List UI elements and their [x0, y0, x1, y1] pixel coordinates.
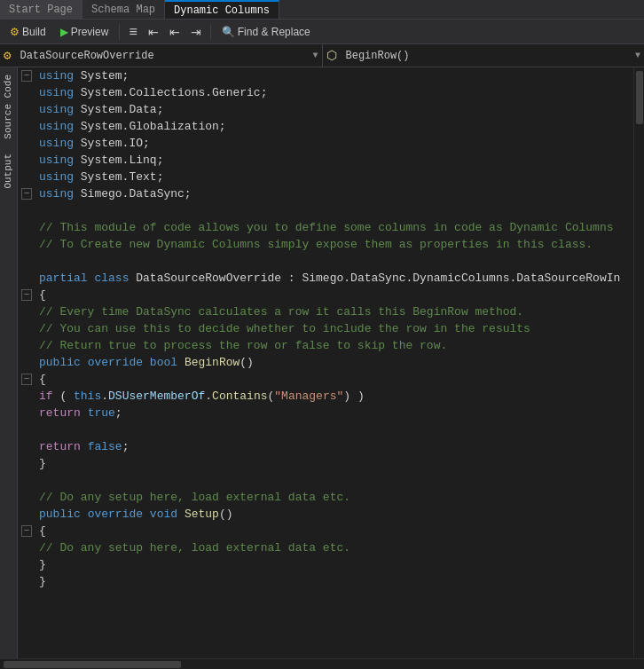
code-line[interactable]: [35, 202, 633, 219]
code-editor[interactable]: using System;using System.Collections.Ge…: [35, 67, 633, 658]
gutter-item: [18, 337, 35, 354]
code-line[interactable]: // Do any setup here, load external data…: [35, 489, 633, 506]
source-code-label[interactable]: Source Code: [0, 67, 17, 146]
format-btn-4[interactable]: ⇥: [186, 22, 206, 42]
method-dropdown-wrapper[interactable]: ⬡ BeginRow() ▼: [323, 44, 645, 67]
code-line[interactable]: using System.Collections.Generic;: [35, 84, 633, 101]
gutter-item: [18, 354, 35, 371]
toolbar: ⚙ Build ▶ Preview ≡ ⇤ ⇤ ⇥ 🔍 Find & Repla…: [0, 20, 644, 44]
code-line[interactable]: partial class DataSourceRowOverride : Si…: [35, 270, 633, 287]
code-line[interactable]: }: [35, 455, 633, 472]
code-line[interactable]: public override bool BeginRow(): [35, 354, 633, 371]
gutter-item: [18, 573, 35, 590]
gutter-item: [18, 152, 35, 169]
hscroll-track: [4, 661, 640, 668]
format-btn-2[interactable]: ⇤: [144, 22, 163, 42]
gutter-item[interactable]: −: [18, 185, 35, 202]
gutter-item: [18, 135, 35, 152]
tab-start-page[interactable]: Start Page: [0, 0, 82, 19]
method-dropdown-value: BeginRow(): [341, 50, 632, 62]
tab-schema-map[interactable]: Schema Map: [82, 0, 165, 19]
gutter-item: [18, 556, 35, 573]
vscroll-thumb[interactable]: [636, 71, 643, 124]
code-line[interactable]: {: [35, 371, 633, 388]
code-line[interactable]: }: [35, 573, 633, 590]
code-line[interactable]: using System.IO;: [35, 135, 633, 152]
gutter-item: [18, 320, 35, 337]
hscroll-thumb[interactable]: [4, 661, 181, 668]
code-line[interactable]: [35, 421, 633, 438]
gutter-item: [18, 405, 35, 421]
gutter-item: [18, 455, 35, 472]
class-dropdown-value: DataSourceRowOverride: [14, 50, 309, 62]
code-line[interactable]: [35, 253, 633, 270]
gutter-item: [18, 84, 35, 101]
gutter-item: [18, 202, 35, 219]
gutter-item: [18, 472, 35, 489]
vertical-scrollbar[interactable]: [633, 67, 644, 658]
toolbar-sep-2: [210, 24, 211, 40]
gutter-item: [18, 101, 35, 118]
horizontal-scrollbar[interactable]: [0, 658, 644, 669]
gutter-item: [18, 506, 35, 523]
preview-button[interactable]: ▶ Preview: [54, 22, 115, 42]
search-icon: 🔍: [222, 26, 235, 38]
code-line[interactable]: {: [35, 287, 633, 303]
tab-bar: Start Page Schema Map Dynamic Columns: [0, 0, 644, 20]
code-line[interactable]: using System.Data;: [35, 101, 633, 118]
code-line[interactable]: // This module of code allows you to def…: [35, 219, 633, 236]
toolbar-find-group: 🔍 Find & Replace: [216, 22, 317, 42]
gutter-item: [18, 169, 35, 185]
gutter-item: [18, 303, 35, 320]
class-icon: ⚙: [0, 48, 14, 63]
gutter-item: [18, 118, 35, 135]
toolbar-sep-1: [119, 24, 120, 40]
method-dropdown-chevron: ▼: [632, 51, 644, 60]
code-line[interactable]: [35, 472, 633, 489]
code-line[interactable]: using System;: [35, 67, 633, 84]
format-btn-3[interactable]: ⇤: [165, 22, 185, 42]
code-line[interactable]: // To Create new Dynamic Columns simply …: [35, 236, 633, 253]
side-labels: Source Code Output: [0, 67, 18, 658]
method-icon: ⬡: [323, 48, 341, 63]
code-line[interactable]: return true;: [35, 405, 633, 421]
toolbar-format-group: ≡ ⇤ ⇤ ⇥: [124, 22, 205, 42]
build-icon: ⚙: [10, 26, 20, 38]
code-container: −−−−− using System;using System.Collecti…: [18, 67, 644, 658]
code-line[interactable]: using Simego.DataSync;: [35, 185, 633, 202]
code-line[interactable]: // Do any setup here, load external data…: [35, 539, 633, 556]
play-icon: ▶: [60, 26, 68, 38]
gutter-item: [18, 253, 35, 270]
gutter-item[interactable]: −: [18, 67, 35, 84]
tab-dynamic-columns[interactable]: Dynamic Columns: [165, 0, 279, 19]
build-button[interactable]: ⚙ Build: [4, 22, 52, 42]
gutter-item: [18, 539, 35, 556]
code-line[interactable]: using System.Text;: [35, 169, 633, 185]
code-line[interactable]: {: [35, 523, 633, 539]
code-line[interactable]: if ( this.DSUserMemberOf.Contains("Manag…: [35, 388, 633, 405]
code-line[interactable]: // You can use this to decide whether to…: [35, 320, 633, 337]
code-line[interactable]: using System.Linq;: [35, 152, 633, 169]
code-line[interactable]: public override void Setup(): [35, 506, 633, 523]
gutter-item[interactable]: −: [18, 287, 35, 303]
code-line[interactable]: using System.Globalization;: [35, 118, 633, 135]
gutter-item: [18, 421, 35, 438]
code-line[interactable]: // Return true to process the row or fal…: [35, 337, 633, 354]
class-dropdown-wrapper[interactable]: ⚙ DataSourceRowOverride ▼: [0, 44, 323, 67]
output-label[interactable]: Output: [0, 146, 17, 196]
gutter-item: [18, 270, 35, 287]
class-dropdown-chevron: ▼: [309, 51, 321, 60]
main-area: Source Code Output −−−−− using System;us…: [0, 67, 644, 658]
code-line[interactable]: return false;: [35, 438, 633, 455]
code-line[interactable]: }: [35, 556, 633, 573]
gutter-item: [18, 489, 35, 506]
gutter-item[interactable]: −: [18, 371, 35, 388]
toolbar-build-group: ⚙ Build: [4, 22, 52, 42]
format-btn-1[interactable]: ≡: [124, 22, 141, 42]
gutter-item[interactable]: −: [18, 523, 35, 539]
gutter-item: [18, 388, 35, 405]
gutter: −−−−−: [18, 67, 35, 658]
find-replace-button[interactable]: 🔍 Find & Replace: [216, 22, 317, 42]
code-line[interactable]: // Every time DataSync calculates a row …: [35, 303, 633, 320]
gutter-item: [18, 219, 35, 236]
